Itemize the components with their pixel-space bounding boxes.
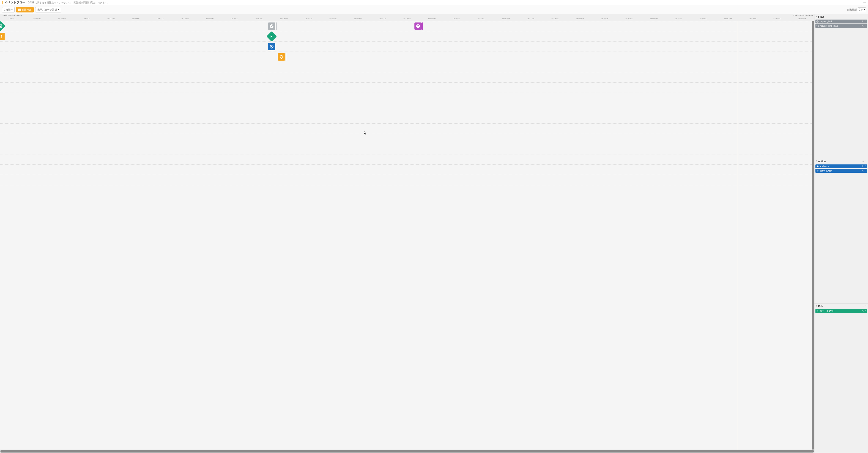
timeline-lane: [0, 72, 814, 83]
tick-label: 15:50:00: [724, 18, 732, 20]
timeline-lane: [0, 31, 814, 41]
tick-label: 15:52:00: [749, 18, 756, 20]
drag-handle-icon[interactable]: ⠿: [816, 160, 817, 163]
event-bar: [422, 23, 423, 30]
edit-icon[interactable]: ✎: [862, 20, 864, 23]
svg-point-18: [817, 166, 818, 167]
edit-icon[interactable]: ✎: [862, 169, 864, 172]
event-orange[interactable]: [0, 33, 4, 40]
list-item-label: スケールアウト: [820, 310, 835, 313]
event-bar: [276, 23, 277, 30]
tick-label: 15:56:00: [798, 18, 806, 20]
event-bar: [286, 53, 286, 61]
event-orange[interactable]: [278, 53, 285, 61]
list-item-label: request_limit_max: [820, 25, 838, 27]
tick-label: 15:38:00: [576, 18, 584, 20]
svg-line-15: [272, 45, 273, 46]
list-item[interactable]: scale-out✎˅: [815, 164, 867, 168]
pattern-select-label: 表示パターン選択: [37, 8, 57, 11]
caret-down-icon: ▾: [58, 8, 59, 11]
more-menu-icon[interactable]: ⋮: [863, 1, 867, 4]
list-item-label: sorry_switch: [820, 169, 832, 172]
timeline-lane: [0, 41, 814, 52]
event-gray[interactable]: [268, 23, 275, 30]
tick-label: 15:22:00: [379, 18, 386, 20]
tick-label: 15:00:00: [107, 18, 115, 20]
svg-rect-28: [817, 310, 818, 312]
timeline-lane: [0, 124, 814, 134]
edit-icon[interactable]: ✎: [862, 25, 864, 27]
collapse-icon[interactable]: ˄: [865, 305, 867, 308]
event-green[interactable]: [266, 31, 277, 41]
vertical-scrollbar[interactable]: [812, 21, 814, 450]
calendar-icon: [18, 8, 21, 11]
add-icon[interactable]: +: [862, 305, 864, 308]
timeline-lane: [0, 165, 814, 175]
timeline-lane: [0, 134, 814, 144]
timestamp-row: 2024/05/15 14:50:59 2024/05/15 15:56:59: [0, 14, 814, 18]
expand-icon[interactable]: ˅: [865, 25, 866, 27]
expand-icon[interactable]: ˅: [865, 20, 866, 23]
add-icon[interactable]: +: [862, 15, 864, 18]
timeline-canvas[interactable]: ?: [0, 21, 814, 450]
collapse-icon[interactable]: ˄: [865, 15, 867, 18]
event-blue[interactable]: [268, 43, 275, 50]
timeline-lane: [0, 93, 814, 103]
expand-icon[interactable]: ˅: [865, 165, 866, 168]
time-range-label: 1時間: [4, 8, 10, 11]
svg-line-13: [272, 47, 273, 48]
tick-label: 15:26:00: [428, 18, 435, 20]
tick-label: 14:52:00: [8, 18, 16, 20]
event-purple[interactable]: ?: [414, 23, 422, 30]
check-circle-icon: [816, 20, 819, 23]
action-panel: ⠿ Action + ˄ scale-out✎˅sorry_switch✎˅: [814, 159, 868, 304]
timeline-lane: [0, 144, 814, 154]
action-panel-title: Action: [818, 160, 826, 163]
page-header: イベントフロー OASEに関する各種設定をメンテナンス（閲覧/登録/更新/廃止）…: [0, 0, 868, 5]
svg-rect-6: [271, 36, 272, 37]
refresh-interval-select[interactable]: 1秒 ▾: [858, 7, 866, 12]
svg-point-7: [271, 46, 272, 47]
filter-panel-title: Filter: [818, 15, 824, 18]
tick-label: 14:56:00: [58, 18, 65, 20]
tick-label: 15:04:00: [156, 18, 164, 20]
tick-label: 15:42:00: [625, 18, 633, 20]
pattern-select-button[interactable]: 表示パターン選択 ▾: [35, 7, 61, 12]
tick-label: 15:40:00: [601, 18, 608, 20]
edit-icon[interactable]: ✎: [862, 165, 864, 168]
caret-down-icon: ▾: [864, 8, 865, 11]
horizontal-scrollbar-thumb[interactable]: [0, 450, 814, 453]
edit-icon[interactable]: ✎: [862, 310, 864, 312]
action-panel-body: scale-out✎˅sorry_switch✎˅: [814, 164, 868, 304]
list-item[interactable]: request_limit✎˅: [815, 20, 867, 24]
tick-label: 15:10:00: [230, 18, 238, 20]
rule-panel-body: スケールアウト✎˅: [814, 309, 868, 453]
list-item[interactable]: sorry_switch✎˅: [815, 169, 867, 173]
tick-label: 15:48:00: [699, 18, 707, 20]
action-panel-header: ⠿ Action + ˄: [814, 159, 868, 164]
svg-text:?: ?: [417, 25, 419, 28]
timeline-lane: [0, 175, 814, 185]
svg-line-12: [270, 45, 271, 46]
drag-handle-icon[interactable]: ⠿: [816, 305, 817, 308]
rule-panel-title: Rule: [818, 305, 824, 308]
list-item[interactable]: request_limit_max✎˅: [815, 24, 867, 28]
vertical-scrollbar-thumb[interactable]: [812, 21, 814, 450]
drag-handle-icon[interactable]: ⠿: [816, 15, 817, 18]
header-accent: [2, 1, 3, 4]
time-range-button[interactable]: 1時間 ▾: [2, 7, 15, 12]
tick-label: 15:20:00: [354, 18, 362, 20]
event-green[interactable]: [0, 21, 5, 31]
period-set-label: 範囲指定: [22, 8, 32, 11]
filter-panel-body: request_limit✎˅request_limit_max✎˅: [814, 19, 868, 159]
start-timestamp: 2024/05/15 14:50:59: [1, 14, 22, 18]
tick-label: 15:14:00: [280, 18, 287, 20]
list-item[interactable]: スケールアウト✎˅: [815, 309, 867, 313]
expand-icon[interactable]: ˅: [865, 310, 866, 312]
period-set-button[interactable]: 範囲指定: [16, 7, 34, 12]
horizontal-scrollbar[interactable]: [0, 450, 814, 453]
collapse-icon[interactable]: ˄: [865, 160, 867, 163]
expand-icon[interactable]: ˅: [865, 169, 866, 172]
add-icon[interactable]: +: [862, 160, 864, 163]
list-item-label: request_limit: [820, 20, 832, 23]
